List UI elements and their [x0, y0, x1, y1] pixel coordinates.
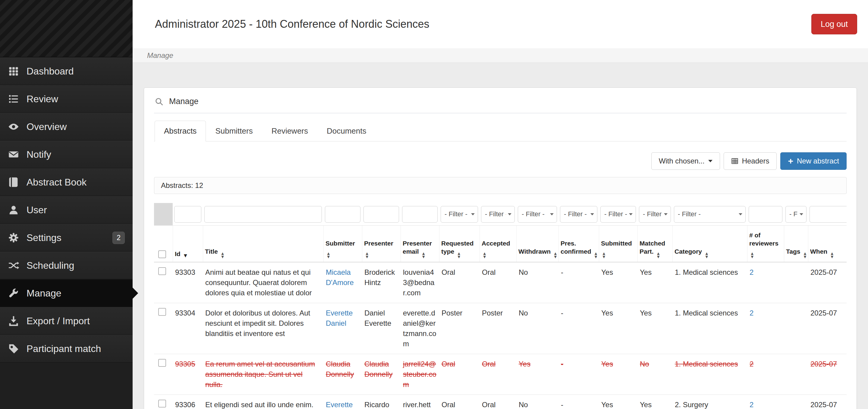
filter-submitter-input[interactable] [325, 206, 361, 223]
sidebar-item-label: Manage [27, 288, 61, 299]
cell-link[interactable]: 2 [749, 401, 753, 409]
column-header-title: Title ▴▾ [203, 226, 323, 262]
sidebar-item-export-import[interactable]: Export / Import [0, 307, 133, 335]
cell-id: 93306 [173, 395, 203, 409]
with-chosen-label: With chosen... [659, 157, 705, 165]
cell-title: Animi aut beatae qui natus et qui conseq… [203, 262, 323, 303]
sort-toggle[interactable]: ▾ [184, 253, 187, 258]
filter-requested-select[interactable]: - Filter - [441, 206, 478, 223]
eye-icon [8, 121, 19, 133]
new-abstract-button[interactable]: + New abstract [780, 152, 846, 170]
cell-withdrawn: No [516, 395, 558, 409]
sort-toggle[interactable]: ▴▾ [458, 252, 460, 258]
sidebar-item-review[interactable]: Review [0, 85, 133, 113]
filter-title-input[interactable] [204, 206, 322, 223]
column-header-label: Category [675, 248, 702, 255]
tab-abstracts[interactable]: Abstracts [155, 121, 206, 142]
column-header-label: Presenter [364, 240, 393, 247]
cell-category: 2. Surgery [673, 395, 747, 409]
manage-panel: Manage AbstractsSubmittersReviewersDocum… [144, 87, 857, 409]
sort-toggle[interactable]: ▴▾ [366, 252, 368, 258]
sort-toggle[interactable]: ▴▾ [554, 252, 557, 258]
column-header-label: Submitter [326, 240, 355, 247]
sort-toggle[interactable]: ▴▾ [327, 252, 330, 258]
cell-email: louvenia43@bednar.com [401, 262, 439, 303]
sort-toggle[interactable]: ▴▾ [595, 252, 597, 258]
cell-link[interactable]: 2 [749, 360, 753, 368]
sidebar-item-manage[interactable]: Manage [0, 279, 133, 307]
sort-toggle[interactable]: ▴▾ [221, 252, 224, 258]
sidebar-item-abstract-book[interactable]: Abstract Book [0, 168, 133, 196]
cell-link[interactable]: Claudia Donnelly [326, 360, 354, 378]
cell-title: Et eligendi sed aut illo unde enim. [203, 395, 323, 409]
headers-label: Headers [742, 157, 770, 165]
topbar: Administrator 2025 - 10th Conference of … [133, 0, 868, 48]
row-checkbox[interactable] [158, 308, 166, 316]
sort-toggle[interactable]: ▴▾ [423, 252, 425, 258]
cell-reviewers: 2 [747, 303, 784, 354]
select-all-checkbox[interactable] [158, 250, 166, 258]
filter-reviewers-input[interactable] [749, 206, 782, 223]
sort-toggle[interactable]: ▴▾ [804, 252, 806, 258]
filter-submitted-select[interactable]: - Filter - [600, 206, 636, 223]
cell-link[interactable]: 2 [749, 309, 753, 317]
sidebar: DashboardReviewOverviewNotifyAbstract Bo… [0, 0, 133, 409]
tab-reviewers[interactable]: Reviewers [262, 121, 317, 142]
shuffle-icon [8, 260, 19, 271]
sort-toggle[interactable]: ▴▾ [706, 252, 708, 258]
filter-presenter-input[interactable] [364, 206, 399, 223]
sort-toggle[interactable]: ▴▾ [603, 252, 605, 258]
cell-confirmed: - [558, 395, 599, 409]
table-body: 93303Animi aut beatae qui natus et qui c… [154, 262, 846, 409]
row-checkbox[interactable] [158, 400, 166, 408]
cell-submitted: Yes [599, 262, 638, 303]
filter-category-select[interactable]: - Filter - [674, 206, 746, 223]
filter-withdrawn-select[interactable]: - Filter - [518, 206, 557, 223]
filter-tags-select[interactable]: - Filter - [785, 206, 807, 223]
cell-link[interactable]: 2 [749, 268, 753, 276]
headers-button[interactable]: Headers [724, 152, 777, 170]
gear-icon [8, 232, 19, 243]
sidebar-item-scheduling[interactable]: Scheduling [0, 252, 133, 279]
tab-submitters[interactable]: Submitters [206, 121, 262, 142]
tab-documents[interactable]: Documents [317, 121, 376, 142]
sort-toggle[interactable]: ▴▾ [484, 252, 486, 258]
chevron-down-icon [508, 213, 512, 215]
sidebar-item-overview[interactable]: Overview [0, 113, 133, 141]
cell-link[interactable]: Micaela D'Amore [326, 268, 354, 287]
panel-header: Manage [154, 96, 846, 113]
column-header-matched: Matched Part. ▴▾ [638, 226, 673, 262]
with-chosen-button[interactable]: With chosen... [651, 152, 720, 170]
row-checkbox[interactable] [158, 359, 166, 367]
filter-matched-select[interactable]: - Filter - [639, 206, 671, 223]
sort-toggle[interactable]: ▴▾ [831, 252, 833, 258]
filter-when-input[interactable] [809, 206, 846, 223]
cell-submitted: Yes [599, 303, 638, 354]
cell-link[interactable]: Everette [326, 401, 352, 409]
sidebar-item-participant-match[interactable]: Participant match [0, 335, 133, 362]
wrench-icon [8, 287, 19, 299]
filter-accepted-select[interactable]: - Filter - [481, 206, 515, 223]
sidebar-item-user[interactable]: User [0, 196, 133, 224]
row-checkbox[interactable] [158, 267, 166, 275]
cell-tags [784, 262, 808, 303]
chevron-down-icon [739, 213, 742, 215]
sidebar-item-settings[interactable]: Settings2 [0, 224, 133, 252]
cell-confirmed: - [558, 262, 599, 303]
cell-title: Ea rerum amet vel at accusantium assumen… [203, 354, 323, 395]
filter-id-input[interactable] [174, 206, 201, 223]
table-row: 93304Dolor et doloribus ut dolores. Aut … [154, 303, 846, 354]
cell-matched: No [638, 354, 673, 395]
cell-tags [784, 354, 808, 395]
cell-link[interactable]: Everette Daniel [326, 309, 352, 327]
sidebar-item-notify[interactable]: Notify [0, 141, 133, 168]
sort-toggle[interactable]: ▴▾ [751, 252, 753, 258]
sort-toggle[interactable]: ▴▾ [657, 252, 660, 258]
sidebar-item-dashboard[interactable]: Dashboard [0, 57, 133, 85]
filter-email-input[interactable] [402, 206, 438, 223]
column-header-requested: Requested type ▴▾ [439, 226, 479, 262]
logout-button[interactable]: Log out [811, 14, 857, 34]
filter-confirmed-select[interactable]: - Filter - [560, 206, 597, 223]
search-icon [155, 97, 164, 106]
sidebar-item-label: Dashboard [27, 66, 74, 77]
